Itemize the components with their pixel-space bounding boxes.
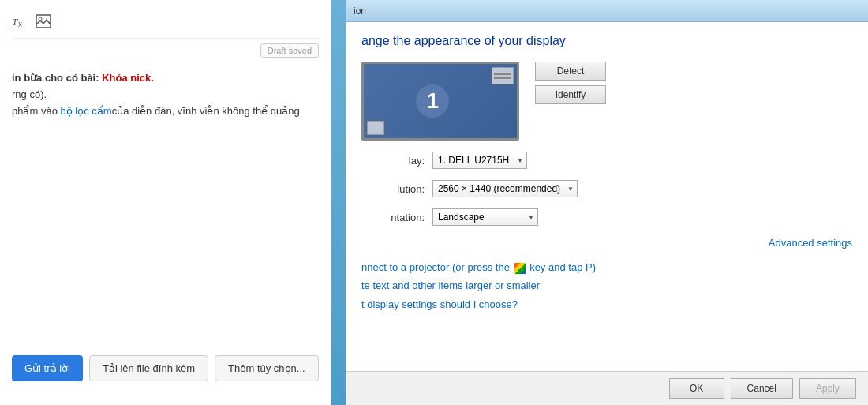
resolution-select-wrapper: 2560 × 1440 (recommended) xyxy=(432,180,578,197)
display-row: lay: 1. DELL U2715H xyxy=(361,152,852,169)
editor-toolbar: T x xyxy=(12,8,319,39)
apply-button[interactable]: Apply xyxy=(799,378,856,399)
format-clear-icon[interactable]: T x xyxy=(12,14,28,32)
scrollbar[interactable] xyxy=(331,0,346,405)
windows-icon xyxy=(514,263,526,274)
reply-button[interactable]: Gửi trả lời xyxy=(12,355,83,381)
projector-link[interactable]: nnect to a projector (or press the key a… xyxy=(361,258,852,276)
monitor-bottom-icon xyxy=(367,121,384,135)
projector-link-text: nnect to a projector xyxy=(361,261,449,273)
detect-identify-buttons: Detect Identify xyxy=(535,62,606,104)
dialog-content: ange the appearance of your display 1 De… xyxy=(346,22,868,371)
svg-text:x: x xyxy=(18,20,22,28)
monitor-section: 1 Detect Identify xyxy=(361,62,852,141)
warning-cont: rng có). xyxy=(12,88,47,100)
warning-suffix: của diễn đàn, vĩnh viễn không thể quảng xyxy=(112,105,300,117)
svg-text:T: T xyxy=(12,16,18,28)
warning-text-area: in bừa cho có bài: Khóa nick. rng có). p… xyxy=(12,70,319,119)
resolution-row: lution: 2560 × 1440 (recommended) xyxy=(361,180,852,197)
dialog-header: ange the appearance of your display xyxy=(361,34,852,48)
detect-button[interactable]: Detect xyxy=(535,62,606,81)
warning-red: Khóa nick. xyxy=(102,72,154,84)
orientation-select-wrapper: Landscape Portrait Landscape (flipped) P… xyxy=(432,208,538,226)
cancel-button[interactable]: Cancel xyxy=(731,378,793,399)
projector-link-suffix: (or press the xyxy=(452,261,513,273)
display-settings-dialog: ion ange the appearance of your display … xyxy=(346,0,868,405)
identify-button[interactable]: Identify xyxy=(535,85,606,104)
projector-key-text: key and tap P) xyxy=(529,261,596,273)
upload-button[interactable]: Tải lên file đính kèm xyxy=(89,355,208,381)
links-section: nnect to a projector (or press the key a… xyxy=(361,258,852,313)
image-icon[interactable] xyxy=(36,14,51,32)
resolution-label: lution: xyxy=(361,183,425,195)
dialog-titlebar: ion xyxy=(346,0,868,22)
display-settings-link[interactable]: t display settings should I choose? xyxy=(361,295,852,313)
monitor-preview: 1 xyxy=(361,62,519,141)
orientation-label: ntation: xyxy=(361,212,425,223)
forum-editor-panel: T x Draft saved in bừa cho có bài: Khóa … xyxy=(0,0,331,405)
editor-button-row: Gửi trả lời Tải lên file đính kèm Thêm t… xyxy=(12,355,319,381)
text-size-link[interactable]: te text and other items larger or smalle… xyxy=(361,276,852,294)
display-select[interactable]: 1. DELL U2715H xyxy=(432,152,527,169)
warning-bold: in bừa cho có bài: xyxy=(12,72,99,84)
monitor-corner-icon xyxy=(492,67,514,84)
advanced-settings-link[interactable]: Advanced settings xyxy=(361,237,852,249)
filter-link[interactable]: bộ lọc cấm xyxy=(60,105,111,117)
orientation-select[interactable]: Landscape Portrait Landscape (flipped) P… xyxy=(432,208,538,226)
resolution-select[interactable]: 2560 × 1440 (recommended) xyxy=(432,180,578,197)
display-select-wrapper: 1. DELL U2715H xyxy=(432,152,527,169)
draft-saved-label: Draft saved xyxy=(260,43,319,58)
orientation-row: ntation: Landscape Portrait Landscape (f… xyxy=(361,208,852,226)
ok-button[interactable]: OK xyxy=(669,378,724,399)
display-label: lay: xyxy=(361,155,425,167)
warning-prefix: phẩm vào xyxy=(12,105,60,117)
more-options-button[interactable]: Thêm tùy chọn... xyxy=(215,355,319,381)
monitor-number: 1 xyxy=(416,84,449,118)
dialog-footer: OK Cancel Apply xyxy=(346,371,868,405)
dialog-title: ion xyxy=(354,6,366,17)
